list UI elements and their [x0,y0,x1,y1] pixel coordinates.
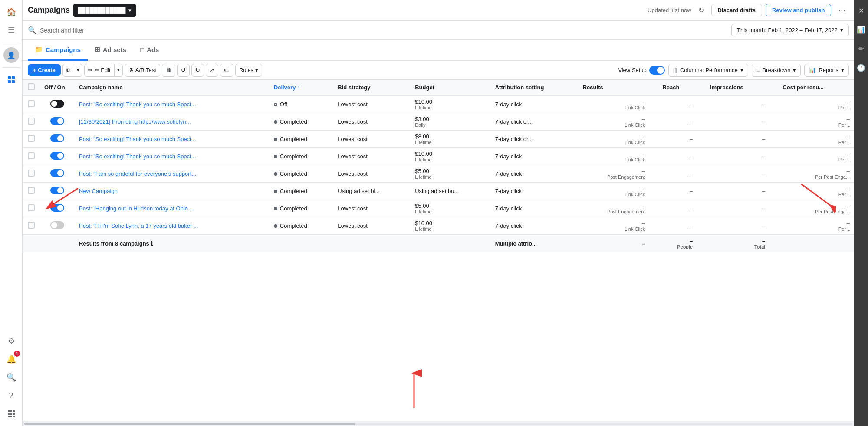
tab-ads[interactable]: □ Ads [133,40,166,61]
campaign-link[interactable]: Post: "So exciting! Thank you so much Sp… [79,101,201,108]
columns-icon: ||| [673,67,677,73]
date-range-label: This month: Feb 1, 2022 – Feb 17, 2022 [737,27,838,33]
delivery-text: Completed [280,170,307,177]
breakdown-button[interactable]: ≡ Breakdown ▾ [752,64,801,77]
redo-button[interactable]: ↻ [191,64,204,77]
campaign-link[interactable]: Post: "Hi I'm Sofie Lynn, a 17 years old… [79,223,201,229]
summary-impressions-sub: Total [710,244,765,249]
summary-check [23,235,40,252]
sidebar-settings-icon[interactable]: ⚙ [3,333,19,349]
review-publish-button[interactable]: Review and publish [766,4,831,16]
campaign-link[interactable]: Post: "So exciting! Thank you so much Sp… [79,136,201,142]
delivery-text: Completed [280,136,307,142]
undo-button[interactable]: ↺ [177,64,190,77]
row-toggle[interactable] [50,117,64,125]
row-delivery-cell: Completed [270,165,334,183]
discard-drafts-button[interactable]: Discard drafts [711,4,762,16]
right-panel-close-icon[interactable]: ✕ [855,4,867,16]
right-panel-chart-icon[interactable]: 📊 [855,23,867,36]
row-checkbox[interactable] [28,222,35,229]
reach-value: – [662,118,693,125]
header-delivery[interactable]: Delivery ↑ [270,80,334,95]
row-bid-strategy-cell: Lowest cost [333,200,411,217]
scroll-thumb[interactable] [24,423,355,425]
row-checkbox[interactable] [28,135,35,142]
row-reach-extra [697,217,706,235]
duplicate-button[interactable]: ⧉ [62,64,74,77]
table-row: Post: "So exciting! Thank you so much Sp… [23,95,854,113]
tab-adsets[interactable]: ⊞ Ad sets [88,40,133,61]
campaign-link[interactable]: [11/30/2021] Promoting http://www.sofiel… [79,118,201,125]
rules-button[interactable]: Rules ▾ [235,64,262,77]
campaign-link[interactable]: Post: "So exciting! Thank you so much Sp… [79,153,201,160]
row-checkbox[interactable] [28,170,35,177]
refresh-button[interactable]: ↻ [695,4,708,17]
row-checkbox[interactable] [28,100,35,107]
cost-sub: Per Post Enga... [783,209,850,214]
row-toggle[interactable] [50,100,64,108]
header-impressions-sort[interactable] [769,80,778,95]
header-toggle-col: Off / On [40,80,75,95]
campaign-link[interactable]: Post: "Hanging out in Hudson today at Oh… [79,205,201,212]
tab-ads-label: Ads [147,46,159,53]
red-arrow-bottom [397,369,431,412]
row-checkbox[interactable] [28,152,35,159]
header-reach-sort[interactable] [697,80,706,95]
sidebar-menu-icon[interactable]: ☰ [3,23,19,38]
avatar[interactable]: 👤 [3,47,19,63]
sidebar-bottom: ⚙ 🔔 4 🔍 ? [3,333,19,422]
view-setup-toggle[interactable] [649,66,665,75]
right-panel-pencil-icon[interactable]: ✏ [855,43,867,55]
columns-button[interactable]: ||| Columns: Performance ▾ [668,64,748,77]
tag-button[interactable]: 🏷 [220,64,233,77]
row-checkbox[interactable] [28,118,35,125]
sidebar-notifications-icon[interactable]: 🔔 4 [3,351,19,367]
sidebar-grid-icon[interactable] [3,406,19,422]
header-results-sort[interactable] [649,80,658,95]
undo-icon: ↺ [181,67,186,73]
right-panel-clock-icon[interactable]: 🕐 [855,62,867,74]
duplicate-dropdown-button[interactable]: ▾ [74,64,82,77]
row-toggle[interactable] [50,187,64,194]
row-toggle[interactable] [50,204,64,212]
search-input[interactable] [40,27,170,34]
edit-dropdown-button[interactable]: ▾ [115,64,123,77]
sidebar-campaigns-icon[interactable] [3,72,19,88]
row-toggle[interactable] [50,169,64,177]
date-range-button[interactable]: This month: Feb 1, 2022 – Feb 17, 2022 ▾ [731,24,849,36]
row-reach-cell: – [658,113,697,131]
more-options-button[interactable]: ··· [835,3,849,17]
row-toggle[interactable] [50,221,64,229]
horizontal-scrollbar[interactable] [23,421,854,426]
reach-value: – [662,223,693,229]
row-checkbox[interactable] [28,187,35,194]
sidebar-search-icon[interactable]: 🔍 [3,370,19,385]
sidebar-help-icon[interactable]: ? [3,388,19,403]
row-toggle[interactable] [50,134,64,142]
campaign-link[interactable]: Post: "I am so grateful for everyone's s… [79,170,201,177]
select-all-checkbox[interactable] [28,83,35,90]
row-toggle[interactable] [50,152,64,160]
promote-button[interactable]: ↗ [206,64,218,77]
results-value: – [583,185,645,192]
results-value: – [583,203,645,209]
campaign-link[interactable]: New Campaign [79,188,201,194]
create-button[interactable]: + Create [28,64,61,76]
reach-value: – [662,188,693,194]
edit-button[interactable]: ✏ ✏ Edit [84,64,115,77]
reports-button[interactable]: 📊 Reports ▾ [804,64,849,77]
left-sidebar: 🏠 ☰ 👤 ⚙ 🔔 4 🔍 ? [0,0,23,426]
delete-button[interactable]: 🗑 [162,64,175,77]
tab-campaigns[interactable]: 📁 Campaigns [28,40,88,61]
account-selector-button[interactable]: ████████████ ▾ [73,4,136,17]
edit-button-group: ✏ ✏ Edit ▾ [84,64,123,77]
row-bid-strategy-cell: Lowest cost [333,217,411,235]
summary-impressions-extra [769,235,778,252]
row-checkbox[interactable] [28,204,35,211]
page-title: Campaigns [28,6,70,15]
sidebar-home-icon[interactable]: 🏠 [3,4,19,20]
row-toggle-cell [40,113,75,131]
scroll-track[interactable] [24,423,852,425]
breakdown-icon: ≡ [756,67,760,73]
ab-test-button[interactable]: ⚗ A/B Test [125,64,160,77]
